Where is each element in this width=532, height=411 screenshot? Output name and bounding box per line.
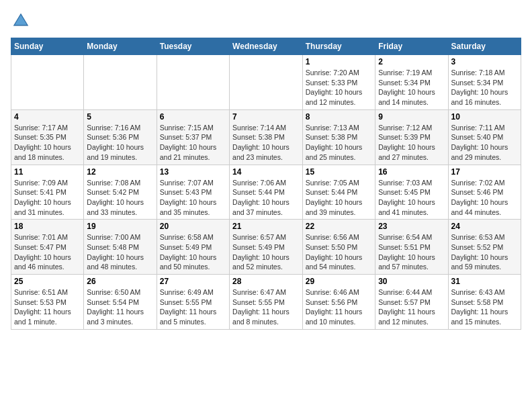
calendar-cell: 28Sunrise: 6:47 AM Sunset: 5:55 PM Dayli… (230, 275, 303, 330)
day-number: 20 (160, 222, 226, 231)
calendar-cell: 9Sunrise: 7:12 AM Sunset: 5:39 PM Daylig… (375, 109, 448, 165)
day-number: 29 (306, 277, 372, 286)
calendar-cell: 2Sunrise: 7:19 AM Sunset: 5:34 PM Daylig… (375, 55, 448, 110)
day-info: Sunrise: 7:14 AM Sunset: 5:38 PM Dayligh… (232, 124, 290, 161)
day-info: Sunrise: 7:05 AM Sunset: 5:44 PM Dayligh… (306, 179, 363, 216)
weekday-header-thursday: Thursday (302, 38, 375, 55)
day-number: 10 (451, 112, 519, 122)
day-number: 8 (306, 112, 372, 122)
day-number: 26 (87, 277, 153, 286)
day-number: 7 (232, 112, 300, 122)
calendar-cell: 30Sunrise: 6:44 AM Sunset: 5:57 PM Dayli… (375, 275, 448, 330)
weekday-header-friday: Friday (375, 38, 448, 55)
day-number: 4 (14, 112, 81, 122)
day-info: Sunrise: 6:50 AM Sunset: 5:54 PM Dayligh… (87, 288, 144, 326)
day-number: 12 (87, 167, 153, 177)
day-info: Sunrise: 7:13 AM Sunset: 5:38 PM Dayligh… (306, 124, 363, 161)
calendar-cell: 23Sunrise: 6:54 AM Sunset: 5:51 PM Dayli… (375, 220, 448, 275)
calendar-cell: 7Sunrise: 7:14 AM Sunset: 5:38 PM Daylig… (230, 109, 303, 165)
calendar-cell: 22Sunrise: 6:56 AM Sunset: 5:50 PM Dayli… (302, 220, 375, 275)
calendar-cell: 6Sunrise: 7:15 AM Sunset: 5:37 PM Daylig… (157, 109, 229, 165)
day-info: Sunrise: 6:44 AM Sunset: 5:57 PM Dayligh… (378, 288, 435, 326)
day-number: 2 (378, 57, 445, 66)
day-number: 5 (87, 112, 153, 122)
calendar-cell: 1Sunrise: 7:20 AM Sunset: 5:33 PM Daylig… (302, 55, 375, 110)
day-info: Sunrise: 7:16 AM Sunset: 5:36 PM Dayligh… (87, 124, 144, 161)
calendar-cell: 27Sunrise: 6:49 AM Sunset: 5:55 PM Dayli… (157, 275, 229, 330)
day-info: Sunrise: 6:47 AM Sunset: 5:55 PM Dayligh… (232, 288, 290, 326)
day-info: Sunrise: 6:43 AM Sunset: 5:58 PM Dayligh… (451, 288, 508, 326)
calendar-cell (157, 55, 229, 110)
day-number: 14 (232, 167, 300, 177)
day-info: Sunrise: 7:01 AM Sunset: 5:47 PM Dayligh… (14, 233, 71, 271)
page-header (11, 11, 521, 31)
day-info: Sunrise: 6:58 AM Sunset: 5:49 PM Dayligh… (160, 233, 217, 271)
calendar-cell: 4Sunrise: 7:17 AM Sunset: 5:35 PM Daylig… (11, 109, 84, 165)
weekday-header-saturday: Saturday (448, 38, 521, 55)
calendar-cell: 17Sunrise: 7:02 AM Sunset: 5:46 PM Dayli… (448, 165, 521, 220)
day-number: 22 (306, 222, 372, 231)
day-info: Sunrise: 7:02 AM Sunset: 5:46 PM Dayligh… (451, 179, 508, 216)
day-number: 3 (451, 57, 519, 66)
calendar-week-row: 18Sunrise: 7:01 AM Sunset: 5:47 PM Dayli… (11, 220, 521, 275)
weekday-header-wednesday: Wednesday (230, 38, 303, 55)
day-number: 13 (160, 167, 226, 177)
day-info: Sunrise: 7:06 AM Sunset: 5:44 PM Dayligh… (232, 179, 290, 216)
day-info: Sunrise: 7:19 AM Sunset: 5:34 PM Dayligh… (378, 68, 435, 106)
day-number: 18 (14, 222, 81, 231)
calendar-week-row: 11Sunrise: 7:09 AM Sunset: 5:41 PM Dayli… (11, 165, 521, 220)
logo-icon (11, 11, 31, 31)
day-number: 24 (451, 222, 519, 231)
calendar-week-row: 25Sunrise: 6:51 AM Sunset: 5:53 PM Dayli… (11, 275, 521, 330)
day-info: Sunrise: 6:46 AM Sunset: 5:56 PM Dayligh… (306, 288, 363, 326)
day-number: 11 (14, 167, 81, 177)
day-number: 30 (378, 277, 445, 286)
calendar-cell: 12Sunrise: 7:08 AM Sunset: 5:42 PM Dayli… (84, 165, 157, 220)
weekday-header-row: SundayMondayTuesdayWednesdayThursdayFrid… (11, 38, 521, 55)
calendar-cell (11, 55, 84, 110)
calendar-week-row: 1Sunrise: 7:20 AM Sunset: 5:33 PM Daylig… (11, 55, 521, 110)
day-info: Sunrise: 7:03 AM Sunset: 5:45 PM Dayligh… (378, 179, 435, 216)
calendar-cell: 13Sunrise: 7:07 AM Sunset: 5:43 PM Dayli… (157, 165, 229, 220)
weekday-header-sunday: Sunday (11, 38, 84, 55)
day-info: Sunrise: 6:56 AM Sunset: 5:50 PM Dayligh… (306, 233, 363, 271)
logo (11, 11, 34, 31)
calendar-cell (230, 55, 303, 110)
day-number: 9 (378, 112, 445, 122)
calendar-cell: 19Sunrise: 7:00 AM Sunset: 5:48 PM Dayli… (84, 220, 157, 275)
calendar-table: SundayMondayTuesdayWednesdayThursdayFrid… (11, 38, 521, 330)
calendar-cell: 26Sunrise: 6:50 AM Sunset: 5:54 PM Dayli… (84, 275, 157, 330)
day-info: Sunrise: 7:00 AM Sunset: 5:48 PM Dayligh… (87, 233, 144, 271)
day-info: Sunrise: 7:09 AM Sunset: 5:41 PM Dayligh… (14, 179, 71, 216)
day-number: 1 (306, 57, 372, 66)
calendar-cell: 10Sunrise: 7:11 AM Sunset: 5:40 PM Dayli… (448, 109, 521, 165)
weekday-header-tuesday: Tuesday (157, 38, 229, 55)
day-info: Sunrise: 6:54 AM Sunset: 5:51 PM Dayligh… (378, 233, 435, 271)
day-info: Sunrise: 7:15 AM Sunset: 5:37 PM Dayligh… (160, 124, 217, 161)
calendar-cell: 31Sunrise: 6:43 AM Sunset: 5:58 PM Dayli… (448, 275, 521, 330)
day-number: 15 (306, 167, 372, 177)
day-info: Sunrise: 7:11 AM Sunset: 5:40 PM Dayligh… (451, 124, 508, 161)
day-number: 16 (378, 167, 445, 177)
day-number: 25 (14, 277, 81, 286)
day-info: Sunrise: 7:20 AM Sunset: 5:33 PM Dayligh… (306, 68, 363, 106)
day-info: Sunrise: 6:57 AM Sunset: 5:49 PM Dayligh… (232, 233, 290, 271)
day-number: 23 (378, 222, 445, 231)
calendar-cell: 25Sunrise: 6:51 AM Sunset: 5:53 PM Dayli… (11, 275, 84, 330)
day-info: Sunrise: 7:07 AM Sunset: 5:43 PM Dayligh… (160, 179, 217, 216)
day-info: Sunrise: 7:18 AM Sunset: 5:34 PM Dayligh… (451, 68, 508, 106)
calendar-cell (84, 55, 157, 110)
calendar-cell: 5Sunrise: 7:16 AM Sunset: 5:36 PM Daylig… (84, 109, 157, 165)
day-number: 21 (232, 222, 300, 231)
svg-marker-1 (15, 15, 27, 25)
day-info: Sunrise: 7:08 AM Sunset: 5:42 PM Dayligh… (87, 179, 144, 216)
calendar-cell: 11Sunrise: 7:09 AM Sunset: 5:41 PM Dayli… (11, 165, 84, 220)
day-number: 27 (160, 277, 226, 286)
calendar-cell: 29Sunrise: 6:46 AM Sunset: 5:56 PM Dayli… (302, 275, 375, 330)
calendar-cell: 14Sunrise: 7:06 AM Sunset: 5:44 PM Dayli… (230, 165, 303, 220)
day-info: Sunrise: 7:12 AM Sunset: 5:39 PM Dayligh… (378, 124, 435, 161)
day-info: Sunrise: 6:51 AM Sunset: 5:53 PM Dayligh… (14, 288, 71, 326)
day-info: Sunrise: 7:17 AM Sunset: 5:35 PM Dayligh… (14, 124, 71, 161)
calendar-cell: 21Sunrise: 6:57 AM Sunset: 5:49 PM Dayli… (230, 220, 303, 275)
calendar-cell: 16Sunrise: 7:03 AM Sunset: 5:45 PM Dayli… (375, 165, 448, 220)
